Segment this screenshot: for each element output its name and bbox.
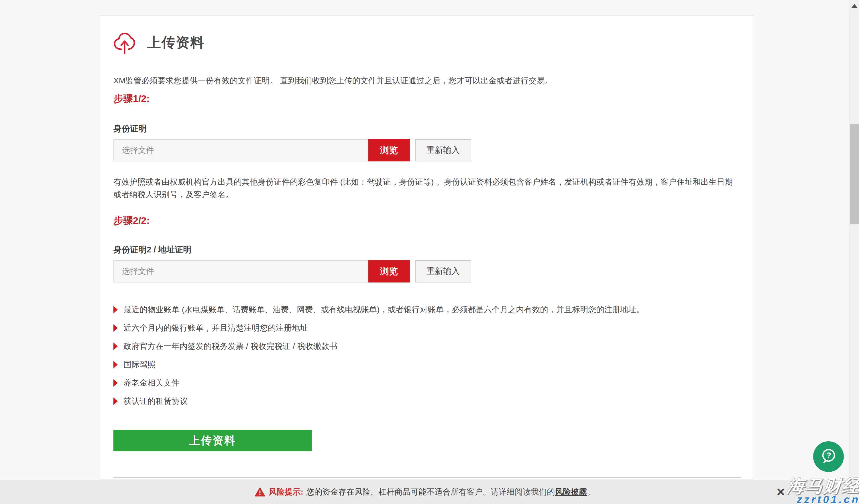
file-path-input-2[interactable] [114,261,368,282]
risk-warning-bar: 风险提示: 您的资金存在风险。杠杆商品可能不适合所有客户。请详细阅读我们的 风险… [0,480,849,504]
warning-icon [255,487,265,497]
chat-help-button[interactable]: ? [813,441,844,472]
identity-proof-label: 身份证明 [114,123,147,135]
risk-warning-message: 您的资金存在风险。杠杆商品可能不适合所有客户。请详细阅读我们的 [306,487,555,498]
help-chat-icon: ? [820,447,838,466]
file-box-2: 浏览 [114,260,410,283]
bullet-icon [114,343,118,350]
step2-heading: 步骤2/2: [114,214,150,227]
doc-list-item: 养老金相关文件 [114,379,644,387]
doc-item-text: 政府官方在一年内签发的税务发票 / 税收完税证 / 税收缴款书 [123,341,337,352]
file-row-1: 浏览 重新输入 [114,139,471,161]
doc-list-item: 获认证的租赁协议 [114,397,644,406]
doc-list-item: 国际驾照 [114,360,644,369]
doc-item-text: 养老金相关文件 [123,378,180,388]
doc-item-text: 获认证的租赁协议 [123,396,187,407]
scrollbar-thumb[interactable] [850,124,859,224]
step1-heading: 步骤1/2: [114,92,150,105]
doc-list-item: 最近的物业账单 (水电煤账单、话费账单、油费、网费、或有线电视账单)，或者银行对… [114,305,644,314]
intro-text: XM监管必须要求您提供一份有效的文件证明。 直到我们收到您上传的文件并且认证通过… [114,75,741,87]
card-divider [114,477,741,478]
close-icon[interactable]: × [773,484,788,500]
browse-button-1[interactable]: 浏览 [368,139,410,161]
doc-item-text: 近六个月内的银行账单，并且清楚注明您的注册地址 [123,322,308,333]
browse-button-2[interactable]: 浏览 [368,260,410,283]
page-title: 上传资料 [147,33,205,52]
scroll-up-arrow-icon[interactable] [851,4,858,8]
svg-text:?: ? [826,451,831,460]
accepted-documents-list: 最近的物业账单 (水电煤账单、话费账单、油费、网费、或有线电视账单)，或者银行对… [114,305,644,415]
file-path-input-1[interactable] [114,140,368,161]
card-header: 上传资料 [114,31,205,54]
reset-button-1[interactable]: 重新输入 [415,139,471,161]
bullet-icon [114,397,118,405]
reset-button-2[interactable]: 重新输入 [415,260,471,283]
scrollbar[interactable] [849,0,859,504]
bullet-icon [114,306,118,313]
doc-list-item: 政府官方在一年内签发的税务发票 / 税收完税证 / 税收缴款书 [114,342,644,351]
doc-list-item: 近六个月内的银行账单，并且清楚注明您的注册地址 [114,324,644,332]
file-row-2: 浏览 重新输入 [114,260,471,283]
file-box-1: 浏览 [114,139,410,161]
bullet-icon [114,324,118,332]
bullet-icon [114,379,118,387]
risk-warning-suffix: 。 [587,487,595,498]
risk-disclosure-link[interactable]: 风险披露 [555,487,587,498]
upload-submit-button[interactable]: 上传资料 [114,430,312,451]
address-proof-label: 身份证明2 / 地址证明 [114,244,191,256]
risk-warning-label: 风险提示: [269,487,303,498]
page: 上传资料 XM监管必须要求您提供一份有效的文件证明。 直到我们收到您上传的文件并… [0,0,859,504]
doc-item-text: 国际驾照 [123,359,155,370]
upload-card: 上传资料 XM监管必须要求您提供一份有效的文件证明。 直到我们收到您上传的文件并… [99,15,754,479]
upload-cloud-icon [114,31,135,54]
identity-proof-description: 有效护照或者由权威机构官方出具的其他身份证件的彩色复印件 (比如：驾驶证，身份证… [114,176,741,201]
bullet-icon [114,361,118,368]
doc-item-text: 最近的物业账单 (水电煤账单、话费账单、油费、网费、或有线电视账单)，或者银行对… [123,304,644,315]
